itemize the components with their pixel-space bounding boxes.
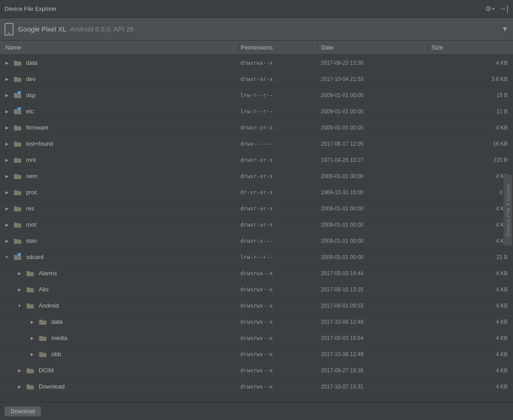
folder-icon [14, 141, 22, 147]
file-name-text: Allo [39, 286, 49, 293]
expand-arrow-icon[interactable]: ▼ [4, 255, 10, 259]
file-name-text: Download [39, 383, 65, 390]
expand-arrow-icon[interactable]: ▶ [4, 61, 10, 65]
cell-size: 4 KB [428, 367, 513, 374]
device-name: Google Pixel XL [18, 25, 67, 33]
expand-arrow-icon[interactable]: ▶ [4, 158, 10, 162]
cell-name: ▶ oem [0, 173, 238, 179]
cell-name: ▶ DCIM [0, 367, 238, 374]
table-row[interactable]: ▶ Allodrwxrwx--x2017-09-16 13:254 KB [0, 281, 513, 298]
cell-name: ▶ proc [0, 189, 238, 196]
expand-arrow-icon[interactable]: ▶ [4, 93, 10, 98]
table-row[interactable]: ▶ obbdrwxrwx--x2017-10-06 12:494 KB [0, 346, 513, 362]
cell-name: ▶ obb [0, 351, 238, 357]
cell-permissions: drwxr-xr-x [238, 125, 317, 131]
cell-size: 220 B [428, 157, 513, 163]
table-row[interactable]: ▶ firmwaredrwxr-xr-x2009-01-01 00:004 KB [0, 120, 513, 136]
table-row[interactable]: ▶ procdr-xr-xr-x1969-12-31 16:000 B [0, 184, 513, 201]
expand-arrow-icon[interactable]: ▶ [16, 368, 22, 373]
title-bar-controls: ⚙ ▾ →| [485, 4, 508, 13]
file-name-text: sbin [26, 237, 37, 244]
table-row[interactable]: ▼ Androiddrwxrwx--x2017-06-01 09:534 KB [0, 298, 513, 314]
file-name-text: obb [51, 351, 61, 357]
download-button[interactable]: Download [4, 407, 41, 416]
expand-arrow-icon[interactable]: ▶ [4, 77, 10, 81]
symlink-badge: ↗ [17, 107, 21, 111]
file-name-text: media [51, 335, 67, 341]
expand-arrow-icon[interactable]: ▶ [4, 174, 10, 179]
table-row[interactable]: ▶ oemdrwxr-xr-x2009-01-01 00:004 KB [0, 168, 513, 184]
table-row[interactable]: ▶ ↗etclrw-r--r--2009-01-01 00:0011 B [0, 103, 513, 120]
expand-arrow-icon[interactable]: ▶ [16, 271, 22, 276]
table-row[interactable]: ▶ datadrwxrwx--x2017-10-06 12:494 KB [0, 314, 513, 330]
file-name-text: Alarms [39, 270, 57, 277]
symlink-badge: ↗ [17, 253, 21, 257]
cell-name: ▶ dev [0, 76, 238, 82]
expand-arrow-icon[interactable]: ▶ [4, 190, 10, 195]
folder-icon [39, 319, 47, 325]
cell-permissions: dr-xr-xr-x [238, 189, 317, 196]
file-name-text: oem [26, 173, 37, 179]
cell-name: ▶ mnt [0, 156, 238, 163]
gear-icon: ⚙ [485, 4, 491, 13]
table-row[interactable]: ▶ sbindrwxr-x---2009-01-01 00:004 KB [0, 233, 513, 249]
folder-icon [14, 76, 22, 82]
file-name-text: res [26, 205, 34, 212]
cell-size: 4 KB [428, 319, 513, 325]
device-dropdown-arrow[interactable]: ▼ [501, 25, 508, 33]
expand-arrow-icon[interactable]: ▶ [4, 239, 10, 243]
expand-arrow-icon[interactable]: ▶ [16, 287, 22, 292]
expand-arrow-icon[interactable]: ▶ [4, 109, 10, 114]
cell-size: 21 B [428, 254, 513, 260]
table-row[interactable]: ▶ ↗dsplrw-r--r--2009-01-01 00:0015 B [0, 87, 513, 103]
expand-arrow-icon[interactable]: ▶ [4, 206, 10, 211]
cell-name: ▶ data [0, 59, 238, 66]
table-row[interactable]: ▼ ↗sdcardlrw-r--r--2009-01-01 00:0021 B [0, 249, 513, 265]
expand-arrow-icon[interactable]: ▶ [16, 384, 22, 389]
table-row[interactable]: ▶ Alarmsdrwxrwx--x2017-05-03 16:444 KB [0, 265, 513, 281]
close-button[interactable]: →| [498, 4, 508, 13]
folder-icon: ↗ [14, 92, 22, 98]
cell-name: ▶ data [0, 318, 238, 325]
cell-name: ▼ ↗sdcard [0, 254, 238, 260]
cell-permissions: lrw-r--r-- [238, 92, 317, 98]
cell-permissions: drwx------ [238, 141, 317, 147]
cell-permissions: drwxrwx--x [238, 303, 317, 309]
table-row[interactable]: ▶ devdrwxr-xr-x2017-10-04 21:533.8 KB [0, 71, 513, 87]
table-row[interactable]: ▶ resdrwxr-xr-x2009-01-01 00:004 KB [0, 201, 513, 217]
expand-arrow-icon[interactable]: ▶ [4, 142, 10, 146]
file-name-text: data [26, 59, 37, 66]
folder-icon [26, 270, 34, 277]
settings-button[interactable]: ⚙ ▾ [485, 4, 495, 13]
cell-date: 2017-09-16 13:25 [317, 286, 428, 293]
expand-arrow-icon[interactable]: ▼ [16, 304, 22, 308]
file-name-text: Android [39, 302, 59, 309]
expand-arrow-icon[interactable]: ▶ [29, 336, 35, 340]
bottom-bar: Download [0, 402, 513, 420]
table-row[interactable]: ▶ datadrwxrwx--x2017-08-23 13:364 KB [0, 55, 513, 71]
file-name-text: root [26, 221, 36, 228]
table-row[interactable]: ▶ Downloaddrwxrwx--x2017-10-07 16:314 KB [0, 379, 513, 395]
cell-date: 2017-10-06 12:49 [317, 351, 428, 357]
cell-date: 2017-08-23 13:36 [317, 60, 428, 66]
expand-arrow-icon[interactable]: ▶ [4, 223, 10, 227]
expand-arrow-icon[interactable]: ▶ [4, 125, 10, 130]
cell-date: 1969-12-31 16:00 [317, 189, 428, 196]
cell-size: 4 KB [428, 270, 513, 277]
cell-permissions: drwxrwx--x [238, 384, 317, 390]
expand-arrow-icon[interactable]: ▶ [29, 320, 35, 324]
table-row[interactable]: ▶ rootdrwxr-xr-x2009-01-01 00:004 KB [0, 217, 513, 233]
expand-arrow-icon[interactable]: ▶ [29, 352, 35, 357]
cell-name: ▶ res [0, 205, 238, 212]
cell-size: 3.8 KB [428, 76, 513, 82]
table-row[interactable]: ▶ mntdrwxr-xr-x1971-04-26 10:27220 B [0, 152, 513, 168]
file-name-text: dsp [26, 92, 36, 98]
cell-size: 0 B [428, 189, 513, 196]
folder-icon [26, 384, 34, 390]
cell-permissions: drwxrwx--x [238, 286, 317, 293]
table-row[interactable]: ▶ DCIMdrwxrwx--x2017-09-27 18:364 KB [0, 362, 513, 379]
table-row[interactable]: ▶ mediadrwxrwx--x2017-05-03 16:544 KB [0, 330, 513, 346]
table-row[interactable]: ▶ lost+founddrwx------2017-08-17 12:0516… [0, 136, 513, 152]
folder-icon: ↗ [14, 254, 22, 260]
cell-size: 4 KB [428, 286, 513, 293]
